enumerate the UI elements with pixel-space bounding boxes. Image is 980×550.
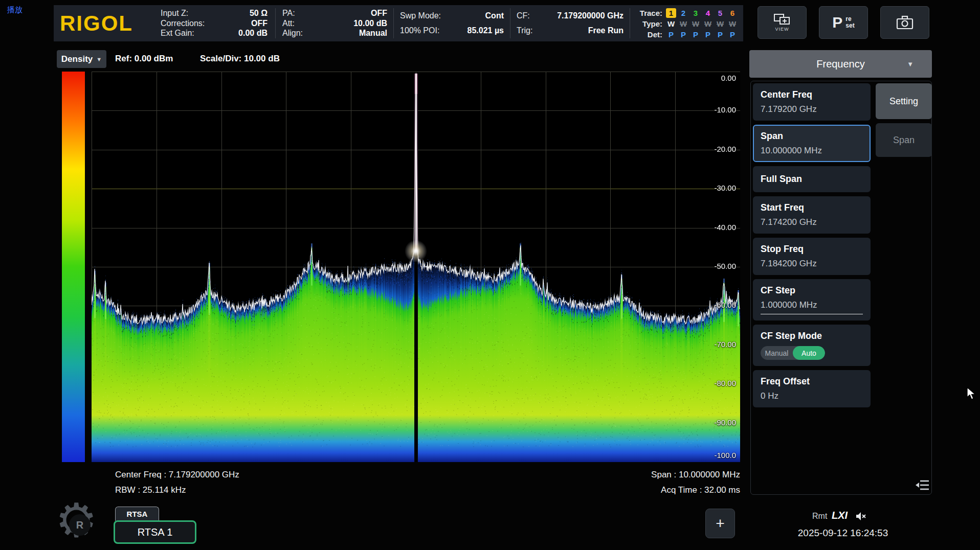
ref-level-label: Ref: 0.00 dBm (115, 54, 173, 64)
value-edit-underline (761, 314, 863, 314)
gear-r-letter: R (69, 514, 91, 536)
mouse-cursor (966, 387, 977, 400)
trace-5-type: W (714, 19, 726, 28)
menu-item-start-freq[interactable]: Start Freq 7.174200 GHz (753, 196, 871, 234)
trace-2-type: W (677, 19, 689, 28)
corrections-label: Corrections: (161, 19, 205, 28)
trace-2-badge[interactable]: 2 (678, 8, 688, 18)
trace-2-det: P (677, 30, 689, 39)
rigol-logo: RIGOL (60, 11, 133, 36)
align-value: Manual (359, 29, 387, 38)
input-z-value: 50 Ω (250, 9, 268, 18)
menu-item-cf-step[interactable]: CF Step 1.000000 MHz (753, 279, 871, 320)
pa-value: OFF (371, 9, 387, 18)
preset-set-text: set (845, 22, 854, 29)
status-header: RIGOL Input Z:50 Ω Corrections:OFF Ext G… (54, 5, 743, 41)
trace-type-label: Type: (636, 19, 662, 28)
lxi-logo: LXI (832, 510, 848, 521)
preset-button[interactable]: P re set (819, 6, 868, 39)
swp-mode-value: Cont (485, 11, 504, 20)
add-tab-button[interactable]: + (705, 509, 735, 538)
trace-6-det: P (726, 30, 739, 39)
app-group-tab-rtsa[interactable]: RTSA (115, 507, 159, 521)
trace-mode-dropdown[interactable]: Density ▼ (57, 50, 106, 68)
header-divider (393, 8, 394, 38)
trace-label: Trace: (636, 9, 662, 17)
trace-4-type: W (702, 19, 714, 28)
spectrum-display[interactable]: 0.00 -10.00 -20.00 -30.00 -40.00 -50.00 … (92, 72, 740, 462)
speaker-muted-icon[interactable] (855, 511, 866, 523)
acq-time-readout: Acq Time : 32.00 ms (661, 485, 740, 495)
trace-6-type: W (726, 19, 739, 28)
align-label: Align: (282, 29, 303, 38)
tab-setting[interactable]: Setting (876, 83, 932, 119)
multi-view-icon (773, 13, 791, 26)
trace-3-type: W (689, 19, 702, 28)
ext-gain-label: Ext Gain: (161, 29, 194, 38)
rigol-gear-logo[interactable]: ⚙ R (55, 501, 104, 549)
att-label: Att: (282, 19, 295, 28)
trace-6-badge[interactable]: 6 (727, 8, 738, 18)
corrections-value: OFF (251, 19, 268, 28)
input-z-label: Input Z: (161, 9, 188, 18)
swp-mode-label: Swp Mode: (400, 11, 441, 20)
system-datetime: 2025-09-12 16:24:53 (788, 528, 898, 539)
multi-view-button[interactable]: VIEW (758, 6, 807, 39)
menu-item-center-freq[interactable]: Center Freq 7.179200 GHz (753, 83, 871, 121)
rtsa-screen: 播放 RIGOL Input Z:50 Ω Corrections:OFF Ex… (0, 0, 980, 550)
menu-item-cf-step-mode[interactable]: CF Step Mode Manual Auto (753, 325, 871, 366)
center-freq-readout: Center Freq : 7.179200000 GHz (115, 470, 239, 480)
span-readout: Span : 10.000000 MHz (651, 470, 740, 480)
preset-p-letter: P (832, 14, 842, 31)
chevron-down-icon: ▼ (907, 60, 914, 68)
trace-mode-label: Density (61, 54, 93, 64)
header-pa-block: PA:OFF Att:10.00 dB Align:Manual (282, 7, 387, 39)
ext-gain-value: 0.00 dB (238, 29, 268, 38)
trace-status-block: Trace: 1 2 3 4 5 6 Type: W W W W W W Det… (636, 8, 741, 39)
trace-1-badge[interactable]: 1 (666, 8, 676, 18)
trace-1-det: P (665, 30, 677, 39)
trace-3-badge[interactable]: 3 (691, 8, 701, 18)
menu-title-dropdown[interactable]: Frequency ▼ (749, 50, 932, 78)
tab-span[interactable]: Span (876, 123, 932, 157)
att-value: 10.00 dB (353, 19, 387, 28)
trace-3-det: P (689, 30, 702, 39)
pa-label: PA: (282, 9, 295, 18)
menu-item-stop-freq[interactable]: Stop Freq 7.184200 GHz (753, 238, 871, 275)
menu-collapse-icon (915, 478, 930, 492)
trace-4-badge[interactable]: 4 (703, 8, 713, 18)
rbw-readout: RBW : 25.114 kHz (115, 485, 186, 495)
trig-label: Trig: (517, 26, 532, 35)
header-divider (510, 8, 510, 38)
toggle-option-auto[interactable]: Auto (793, 346, 825, 360)
trace-1-type: W (665, 19, 677, 28)
trace-5-badge[interactable]: 5 (715, 8, 725, 18)
screenshot-button[interactable] (880, 6, 929, 39)
cf-value: 7.179200000 GHz (557, 11, 623, 20)
menu-item-full-span[interactable]: Full Span (753, 166, 871, 192)
menu-item-freq-offset[interactable]: Freq Offset 0 Hz (753, 370, 871, 407)
poi-value: 85.021 µs (467, 26, 504, 35)
scale-div-label: Scale/Div: 10.00 dB (200, 54, 280, 64)
cf-step-mode-toggle[interactable]: Manual Auto (761, 346, 825, 360)
trig-value: Free Run (588, 26, 623, 35)
chevron-down-icon: ▼ (96, 56, 102, 62)
header-cf-block: CF:7.179200000 GHz Trig:Free Run (517, 7, 623, 39)
menu-item-list: Center Freq 7.179200 GHz Span 10.000000 … (753, 83, 871, 411)
trace-4-det: P (702, 30, 714, 39)
spectrum-canvas[interactable] (92, 72, 740, 462)
toggle-option-manual[interactable]: Manual (761, 346, 793, 360)
trace-5-det: P (714, 30, 726, 39)
trace-det-label: Det: (636, 30, 662, 39)
app-tab-rtsa-1[interactable]: RTSA 1 (114, 520, 196, 544)
menu-item-span[interactable]: Span 10.000000 MHz (753, 125, 871, 162)
menu-collapse-button[interactable] (914, 476, 932, 494)
header-divider (630, 8, 630, 38)
camera-icon (896, 15, 914, 30)
multi-view-label: VIEW (775, 27, 789, 32)
poi-label: 100% POI: (400, 26, 439, 35)
video-overlay-play-label[interactable]: 播放 (7, 5, 23, 15)
menu-title: Frequency (816, 58, 865, 70)
density-colorbar (62, 72, 85, 462)
header-sweep-block: Swp Mode:Cont 100% POI:85.021 µs (400, 7, 504, 39)
